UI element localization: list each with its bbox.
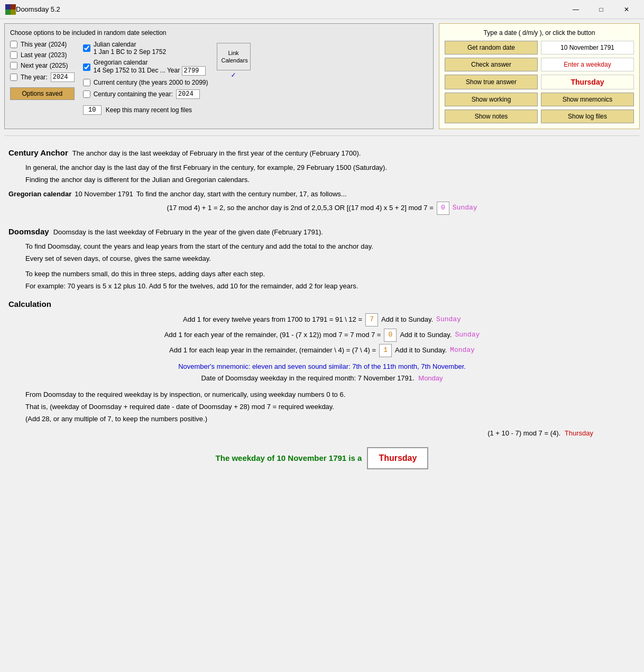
divider-1 xyxy=(4,135,640,136)
custom-year-row: The year: xyxy=(10,72,75,82)
calc-row3-val: 1 xyxy=(379,344,392,357)
century-containing-input[interactable] xyxy=(176,89,200,99)
svg-rect-0 xyxy=(5,4,11,10)
custom-year-input[interactable] xyxy=(51,72,75,82)
gregorian-date-inline: 10 November 1791 xyxy=(75,189,133,200)
inspection-p1: From Doomsday to the required weekday is… xyxy=(25,389,636,401)
inspection-section: From Doomsday to the required weekday is… xyxy=(25,389,636,424)
window-title: Doomsday 5.2 xyxy=(16,5,564,13)
gregorian-line: Gregorian calendar 10 November 1791 To f… xyxy=(8,189,636,200)
show-working-button[interactable]: Show working xyxy=(445,93,538,106)
options-box: Choose options to be included in random … xyxy=(4,23,434,129)
show-mnemonics-button[interactable]: Show mnemonics xyxy=(541,93,634,106)
link-calendars-button[interactable]: Link Calendars xyxy=(217,43,251,70)
gregorian-year-input[interactable] xyxy=(182,66,206,76)
gregorian-desc-inline: To find the anchor day, start with the c… xyxy=(136,189,347,200)
log-count-input[interactable] xyxy=(83,105,102,115)
doomsday-desc: Doomsday is the last weekday of February… xyxy=(53,227,323,238)
century-containing-row: Century containing the year: xyxy=(83,89,208,99)
svg-rect-3 xyxy=(11,10,16,15)
julian-checkbox[interactable] xyxy=(83,44,90,52)
check-answer-button[interactable]: Check answer xyxy=(445,58,538,71)
svg-rect-1 xyxy=(11,4,16,10)
this-year-label: This year (2024) xyxy=(21,41,67,48)
anchor-day-text: Sunday xyxy=(453,203,477,214)
weekday-answer-display: Thursday xyxy=(541,75,634,89)
title-bar: Doomsday 5.2 — □ ✕ xyxy=(0,0,644,19)
next-year-checkbox[interactable] xyxy=(10,62,17,69)
get-random-date-button[interactable]: Get random date xyxy=(445,41,538,55)
show-notes-button[interactable]: Show notes xyxy=(445,110,538,123)
gregorian-row: Gregorian calendar 14 Sep 1752 to 31 Dec… xyxy=(83,59,208,76)
calc-row-1: Add 1 for every twelve years from 1700 t… xyxy=(8,313,636,326)
doomsday-date-text: Date of Doomsday weekday in the required… xyxy=(201,374,414,382)
calc-row2-label: Add 1 for each year of the remainder, (9… xyxy=(164,330,381,341)
year-checkboxes: This year (2024) Last year (2023) Next y… xyxy=(10,41,75,115)
last-year-row: Last year (2023) xyxy=(10,51,75,59)
main-content: Choose options to be included in random … xyxy=(0,19,644,481)
calc-row3-desc: Add it to Sunday. xyxy=(395,345,447,356)
minimize-button[interactable]: — xyxy=(564,2,588,17)
date-display: 10 November 1791 xyxy=(541,41,634,55)
doomsday-p3: To keep the numbers small, do this in th… xyxy=(25,269,636,280)
enter-weekday-display[interactable]: Enter a weekday xyxy=(541,58,634,71)
current-century-checkbox[interactable] xyxy=(83,79,90,86)
century-containing-checkbox[interactable] xyxy=(83,90,90,98)
right-panel: Type a date ( d/m/y ), or click the butt… xyxy=(439,23,640,129)
anchor-formula-row: (17 mod 4) + 1 = 2, so the anchor day is… xyxy=(8,202,636,215)
century-anchor-para2: Finding the anchor day is different for … xyxy=(25,175,636,186)
calc-row2-val: 0 xyxy=(384,329,397,342)
calc-row2-result: Sunday xyxy=(455,330,480,341)
options-saved-button[interactable]: Options saved xyxy=(10,87,75,100)
gregorian-checkbox[interactable] xyxy=(83,63,90,71)
julian-label: Julian calendar 1 Jan 1 BC to 2 Sep 1752 xyxy=(94,41,166,56)
anchor-num-box: 0 xyxy=(437,202,449,215)
doomsday-date-row: Date of Doomsday weekday in the required… xyxy=(8,373,636,384)
gregorian-label: Gregorian calendar 14 Sep 1752 to 31 Dec… xyxy=(94,59,206,76)
final-formula-text: (1 + 10 - 7) mod 7 = (4). xyxy=(487,429,560,437)
calc-row1-label: Add 1 for every twelve years from 1700 t… xyxy=(183,314,362,325)
julian-row: Julian calendar 1 Jan 1 BC to 2 Sep 1752 xyxy=(83,41,208,56)
gregorian-subheading: Gregorian calendar xyxy=(8,189,71,200)
inspection-p3: (Add 28, or any multiple of 7, to keep t… xyxy=(25,414,636,425)
show-log-files-button[interactable]: Show log files xyxy=(541,110,634,123)
window-controls: — □ ✕ xyxy=(564,2,639,17)
calendar-checkboxes: Julian calendar 1 Jan 1 BC to 2 Sep 1752… xyxy=(83,41,208,115)
calc-row-2: Add 1 for each year of the remainder, (9… xyxy=(8,329,636,342)
final-formula-row: (1 + 10 - 7) mod 7 = (4). Thursday xyxy=(8,428,636,439)
app-icon xyxy=(5,4,16,15)
mnemonic-text: November's mnemonic: eleven and seven so… xyxy=(8,361,636,373)
century-anchor-desc: The anchor day is the last weekday of Fe… xyxy=(72,148,361,159)
current-century-row: Current century (the years 2000 to 2099) xyxy=(83,79,208,86)
doomsday-p1: To find Doomsday, count the years and le… xyxy=(25,241,636,252)
century-anchor-heading-row: Century Anchor The anchor day is the las… xyxy=(8,141,636,161)
right-buttons: Get random date 10 November 1791 Check a… xyxy=(445,41,634,123)
this-year-checkbox[interactable] xyxy=(10,41,17,48)
show-true-answer-button[interactable]: Show true answer xyxy=(445,75,538,89)
custom-year-checkbox[interactable] xyxy=(10,74,17,81)
final-day-text: Thursday xyxy=(565,429,593,437)
calc-heading: Calculation xyxy=(8,299,51,308)
next-year-label: Next year (2025) xyxy=(21,62,68,69)
log-label: Keep this many recent log files xyxy=(106,106,192,114)
close-button[interactable]: ✕ xyxy=(614,2,639,17)
doomsday-heading-row: Doomsday Doomsday is the last weekday of… xyxy=(8,220,636,240)
anchor-formula-text: (17 mod 4) + 1 = 2, so the anchor day is… xyxy=(167,203,433,214)
this-year-row: This year (2024) xyxy=(10,41,75,48)
calc-row3-result: Monday xyxy=(450,345,475,356)
right-title: Type a date ( d/m/y ), or click the butt… xyxy=(445,29,634,37)
century-anchor-p1: In general, the anchor day is the last d… xyxy=(25,162,636,186)
link-check-icon: ✓ xyxy=(231,70,235,79)
calc-row-3: Add 1 for each leap year in the remainde… xyxy=(8,344,636,357)
doomsday-indent2: To keep the numbers small, do this in th… xyxy=(25,269,636,292)
calc-row2-desc: Add it to Sunday. xyxy=(400,330,452,341)
calc-row1-desc: Add it to Sunday. xyxy=(381,314,433,325)
current-century-label: Current century (the years 2000 to 2099) xyxy=(94,79,208,86)
calc-row3-label: Add 1 for each leap year in the remainde… xyxy=(169,345,376,356)
last-year-checkbox[interactable] xyxy=(10,51,17,59)
maximize-button[interactable]: □ xyxy=(589,2,613,17)
doomsday-p4: For example: 70 years is 5 x 12 plus 10.… xyxy=(25,281,636,292)
the-year-label: The year: xyxy=(21,74,48,81)
link-calendars-label: Link Calendars xyxy=(222,50,248,63)
options-title: Choose options to be included in random … xyxy=(10,29,428,37)
